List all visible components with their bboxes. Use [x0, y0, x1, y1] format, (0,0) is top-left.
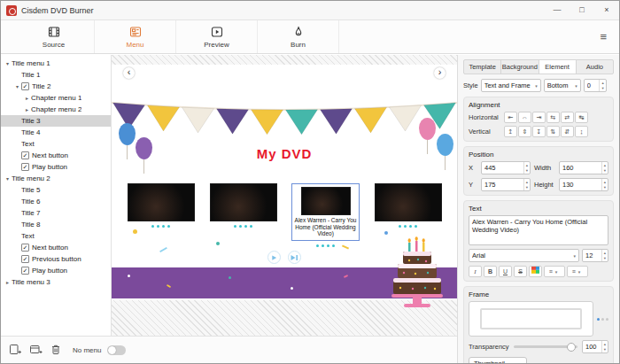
tree-item-title-menu-1[interactable]: ▾Title menu 1	[1, 58, 111, 69]
halign-5-icon[interactable]: ↹	[575, 112, 588, 123]
page-dot-icon[interactable]	[606, 318, 608, 321]
spin-down-icon[interactable]: ▾	[602, 347, 608, 352]
list-style-dropdown[interactable]: ≡▾	[567, 266, 588, 277]
toolbar-source[interactable]: Source	[13, 20, 95, 53]
spin-down-icon[interactable]: ▾	[602, 256, 608, 261]
spinner-arrows[interactable]: ▴▾	[599, 80, 605, 91]
tree-item-title-7[interactable]: Title 7	[1, 207, 111, 219]
tree-item-next-button[interactable]: ✓Next button	[1, 242, 111, 253]
frame-style-preview[interactable]	[469, 301, 593, 337]
halign-0-icon[interactable]: ⇤	[504, 112, 517, 123]
tree-item-next-button[interactable]: ✓Next button	[1, 150, 111, 161]
valign-3-icon[interactable]: ⇅	[546, 126, 560, 137]
thumbnail-cell[interactable]	[127, 183, 195, 228]
valign-4-icon[interactable]: ⇵	[561, 126, 574, 137]
checkbox-checked[interactable]: ✓	[21, 82, 29, 90]
height-stepper[interactable]: 130▴▾	[559, 178, 608, 191]
tab-template[interactable]: Template	[463, 59, 501, 74]
toolbar-burn[interactable]: Burn	[258, 20, 339, 53]
add-title-button[interactable]	[8, 344, 22, 357]
skip-next-button[interactable]	[288, 251, 301, 264]
play-button[interactable]	[267, 251, 281, 264]
expand-icon[interactable]: ▸	[4, 279, 12, 285]
valign-0-icon[interactable]: ↥	[504, 126, 517, 137]
halign-4-icon[interactable]: ⇄	[561, 112, 574, 123]
minimize-button[interactable]: —	[545, 1, 570, 19]
text-align-dropdown[interactable]: ≡▾	[544, 266, 565, 277]
caption-position-select[interactable]: Bottom ▾	[544, 79, 581, 92]
video-thumbnail[interactable]	[301, 187, 351, 215]
toolbar-menu[interactable]: Menu	[95, 20, 176, 53]
font-select[interactable]: Arial ▾	[469, 249, 579, 262]
valign-2-icon[interactable]: ↧	[532, 126, 546, 137]
tree-item-title-menu-3[interactable]: ▸Title menu 3	[1, 276, 111, 288]
halign-1-icon[interactable]: ⇔	[518, 112, 531, 123]
add-menu-button[interactable]	[28, 344, 43, 357]
y-stepper[interactable]: 175▴▾	[481, 178, 531, 191]
close-button[interactable]: ×	[594, 1, 619, 19]
italic-button[interactable]: I	[469, 266, 482, 277]
spinner-arrows[interactable]: ▴▾	[523, 162, 530, 174]
video-thumbnail[interactable]	[375, 183, 442, 221]
font-size-stepper[interactable]: 12 ▴▾	[582, 249, 608, 262]
tree-item-title-1[interactable]: Title 1	[1, 69, 111, 81]
maximize-button[interactable]: □	[570, 1, 594, 19]
style-type-select[interactable]: Text and Frame ▾	[481, 79, 541, 92]
valign-5-icon[interactable]: ↨	[575, 126, 588, 137]
spin-down-icon[interactable]: ▾	[524, 185, 530, 190]
bold-button[interactable]: B	[484, 266, 497, 277]
hamburger-menu-icon[interactable]: ≡	[600, 30, 607, 43]
thumbnail-cell[interactable]	[209, 183, 277, 228]
page-dot-icon[interactable]	[597, 318, 600, 321]
tree-item-title-8[interactable]: Title 8	[1, 219, 111, 230]
toolbar-preview[interactable]: Preview	[176, 20, 258, 53]
next-menu-arrow[interactable]: ›	[434, 67, 446, 79]
transparency-stepper[interactable]: 100 ▴▾	[582, 340, 608, 353]
style-value-stepper[interactable]: 0 ▴▾	[584, 79, 607, 92]
spin-down-icon[interactable]: ▾	[600, 86, 605, 91]
expand-icon[interactable]: ▸	[23, 106, 31, 112]
prev-menu-arrow[interactable]: ‹	[123, 67, 135, 79]
selected-thumbnail-box[interactable]: Alex Warren - Carry You Home (Official W…	[291, 183, 360, 241]
halign-2-icon[interactable]: ⇥	[532, 112, 546, 123]
tree-item-previous-button[interactable]: ✓Previous button	[1, 253, 111, 265]
page-dot-icon[interactable]	[601, 318, 604, 321]
checkbox-checked[interactable]: ✓	[21, 163, 29, 171]
tree-item-text[interactable]: Text	[1, 138, 111, 150]
x-stepper[interactable]: 445▴▾	[481, 161, 531, 174]
tree-item-title-3[interactable]: Title 3	[1, 115, 111, 127]
tree-item-title-menu-2[interactable]: ▾Title menu 2	[1, 173, 111, 184]
expand-icon[interactable]: ▸	[23, 95, 31, 101]
width-stepper[interactable]: 160▴▾	[559, 161, 608, 174]
strikethrough-button[interactable]: S	[514, 266, 527, 277]
tree-item-chapter-menu-2[interactable]: ▸Chapter menu 2	[1, 104, 111, 115]
spin-down-icon[interactable]: ▾	[524, 168, 530, 174]
collapse-icon[interactable]: ▾	[4, 60, 12, 66]
tree-item-play-button[interactable]: ✓Play button	[1, 161, 111, 173]
tab-element[interactable]: Element	[539, 59, 577, 74]
spin-down-icon[interactable]: ▾	[602, 168, 608, 174]
tree-item-play-button[interactable]: ✓Play button	[1, 265, 111, 276]
no-menu-toggle[interactable]	[107, 345, 126, 355]
text-content-input[interactable]: Alex Warren - Carry You Home (Official W…	[469, 215, 608, 245]
tree-item-title-2[interactable]: ▾✓Title 2	[1, 81, 111, 92]
font-color-button[interactable]	[529, 266, 542, 277]
checkbox-checked[interactable]: ✓	[21, 151, 29, 159]
transparency-slider[interactable]	[514, 345, 577, 348]
spinner-arrows[interactable]: ▴▾	[601, 179, 608, 190]
thumbnail-dropdown[interactable]: Thumbnail ▾	[469, 357, 527, 364]
spinner-arrows[interactable]: ▴▾	[523, 179, 530, 190]
spinner-arrows[interactable]: ▴▾	[601, 162, 608, 174]
checkbox-checked[interactable]: ✓	[21, 255, 29, 263]
tree-item-title-6[interactable]: Title 6	[1, 196, 111, 207]
tree-item-text[interactable]: Text	[1, 230, 111, 242]
thumbnail-cell[interactable]: Alex Warren - Carry You Home (Official W…	[291, 183, 360, 247]
thumbnail-cell[interactable]	[374, 183, 442, 228]
spinner-arrows[interactable]: ▴▾	[601, 250, 608, 261]
tree-item-chapter-menu-1[interactable]: ▸Chapter menu 1	[1, 92, 111, 104]
collapse-icon[interactable]: ▾	[13, 83, 21, 89]
frame-page-dots[interactable]	[597, 318, 608, 321]
valign-1-icon[interactable]: ⇕	[518, 126, 531, 137]
video-thumbnail[interactable]	[210, 183, 277, 221]
spinner-arrows[interactable]: ▴▾	[601, 341, 608, 352]
